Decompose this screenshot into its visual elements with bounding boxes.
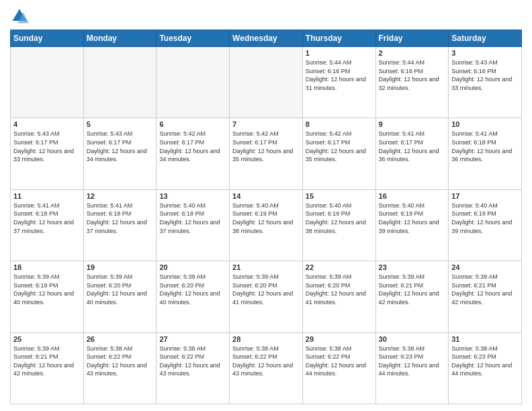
day-number: 21 [232,263,300,271]
header [10,7,522,26]
day-number: 17 [451,192,519,200]
day-number: 15 [306,192,373,200]
header-cell-tuesday: Tuesday [157,30,230,47]
day-cell: 11Sunrise: 5:41 AMSunset: 6:18 PMDayligh… [11,189,84,261]
day-cell: 23Sunrise: 5:39 AMSunset: 6:21 PMDayligh… [375,261,449,332]
day-cell: 8Sunrise: 5:42 AMSunset: 6:17 PMDaylight… [302,118,375,189]
day-info: Sunrise: 5:38 AMSunset: 6:22 PMDaylight:… [87,345,154,378]
day-info: Sunrise: 5:41 AMSunset: 6:18 PMDaylight:… [451,130,519,163]
day-cell: 1Sunrise: 5:44 AMSunset: 6:16 PMDaylight… [302,47,375,118]
day-cell: 15Sunrise: 5:40 AMSunset: 6:19 PMDayligh… [302,189,375,261]
day-cell: 12Sunrise: 5:41 AMSunset: 6:18 PMDayligh… [83,189,157,261]
day-number: 16 [379,192,446,200]
day-info: Sunrise: 5:39 AMSunset: 6:21 PMDaylight:… [451,273,519,306]
day-number: 1 [306,49,373,57]
day-info: Sunrise: 5:38 AMSunset: 6:23 PMDaylight:… [451,345,519,378]
day-info: Sunrise: 5:41 AMSunset: 6:18 PMDaylight:… [13,201,81,235]
header-cell-saturday: Saturday [449,30,522,47]
day-cell: 16Sunrise: 5:40 AMSunset: 6:19 PMDayligh… [375,189,449,261]
day-number: 12 [87,192,154,200]
week-row-3: 18Sunrise: 5:39 AMSunset: 6:19 PMDayligh… [11,261,522,332]
day-info: Sunrise: 5:42 AMSunset: 6:17 PMDaylight:… [306,130,373,163]
day-cell: 25Sunrise: 5:39 AMSunset: 6:21 PMDayligh… [11,332,84,404]
day-cell: 21Sunrise: 5:39 AMSunset: 6:20 PMDayligh… [230,261,303,332]
day-cell: 27Sunrise: 5:38 AMSunset: 6:22 PMDayligh… [157,332,230,404]
day-number: 3 [451,49,519,57]
day-info: Sunrise: 5:40 AMSunset: 6:19 PMDaylight:… [379,201,446,235]
header-row: SundayMondayTuesdayWednesdayThursdayFrid… [11,30,522,47]
day-number: 13 [159,192,226,200]
day-cell: 19Sunrise: 5:39 AMSunset: 6:20 PMDayligh… [83,261,157,332]
logo-icon [10,7,29,26]
day-cell [157,47,230,118]
day-number: 18 [13,263,81,271]
page: SundayMondayTuesdayWednesdayThursdayFrid… [0,0,532,411]
day-info: Sunrise: 5:39 AMSunset: 6:20 PMDaylight:… [306,273,373,306]
day-number: 22 [306,263,373,271]
day-info: Sunrise: 5:39 AMSunset: 6:20 PMDaylight:… [232,273,300,306]
day-number: 30 [379,335,446,343]
week-row-1: 4Sunrise: 5:43 AMSunset: 6:17 PMDaylight… [11,118,522,189]
day-info: Sunrise: 5:42 AMSunset: 6:17 PMDaylight:… [232,130,300,163]
day-number: 4 [13,120,81,128]
day-number: 14 [232,192,300,200]
day-info: Sunrise: 5:38 AMSunset: 6:23 PMDaylight:… [379,345,446,378]
header-cell-wednesday: Wednesday [230,30,303,47]
day-number: 27 [159,335,226,343]
day-number: 5 [87,120,154,128]
day-info: Sunrise: 5:42 AMSunset: 6:17 PMDaylight:… [159,130,226,163]
day-cell: 28Sunrise: 5:38 AMSunset: 6:22 PMDayligh… [230,332,303,404]
day-number: 23 [379,263,446,271]
calendar-header: SundayMondayTuesdayWednesdayThursdayFrid… [11,30,522,47]
week-row-4: 25Sunrise: 5:39 AMSunset: 6:21 PMDayligh… [11,332,522,404]
week-row-0: 1Sunrise: 5:44 AMSunset: 6:16 PMDaylight… [11,47,522,118]
header-cell-friday: Friday [375,30,449,47]
day-cell: 17Sunrise: 5:40 AMSunset: 6:19 PMDayligh… [449,189,522,261]
day-cell: 30Sunrise: 5:38 AMSunset: 6:23 PMDayligh… [375,332,449,404]
day-number: 7 [232,120,300,128]
day-number: 11 [13,192,81,200]
day-info: Sunrise: 5:39 AMSunset: 6:19 PMDaylight:… [13,273,81,306]
day-number: 29 [306,335,373,343]
day-info: Sunrise: 5:39 AMSunset: 6:21 PMDaylight:… [13,345,81,378]
day-cell [11,47,84,118]
day-number: 19 [87,263,154,271]
logo [10,7,32,26]
day-info: Sunrise: 5:43 AMSunset: 6:16 PMDaylight:… [451,58,519,92]
day-number: 6 [159,120,226,128]
week-row-2: 11Sunrise: 5:41 AMSunset: 6:18 PMDayligh… [11,189,522,261]
header-cell-thursday: Thursday [302,30,375,47]
day-cell: 22Sunrise: 5:39 AMSunset: 6:20 PMDayligh… [302,261,375,332]
day-cell: 31Sunrise: 5:38 AMSunset: 6:23 PMDayligh… [449,332,522,404]
day-cell: 2Sunrise: 5:44 AMSunset: 6:16 PMDaylight… [375,47,449,118]
day-info: Sunrise: 5:38 AMSunset: 6:22 PMDaylight:… [232,345,300,378]
day-cell: 20Sunrise: 5:39 AMSunset: 6:20 PMDayligh… [157,261,230,332]
day-cell: 5Sunrise: 5:43 AMSunset: 6:17 PMDaylight… [83,118,157,189]
day-info: Sunrise: 5:39 AMSunset: 6:20 PMDaylight:… [87,273,154,306]
day-cell: 10Sunrise: 5:41 AMSunset: 6:18 PMDayligh… [449,118,522,189]
day-info: Sunrise: 5:38 AMSunset: 6:22 PMDaylight:… [159,345,226,378]
day-cell: 6Sunrise: 5:42 AMSunset: 6:17 PMDaylight… [157,118,230,189]
day-info: Sunrise: 5:40 AMSunset: 6:19 PMDaylight:… [451,201,519,235]
day-info: Sunrise: 5:38 AMSunset: 6:22 PMDaylight:… [306,345,373,378]
day-cell: 26Sunrise: 5:38 AMSunset: 6:22 PMDayligh… [83,332,157,404]
day-info: Sunrise: 5:40 AMSunset: 6:19 PMDaylight:… [232,201,300,235]
day-number: 25 [13,335,81,343]
day-info: Sunrise: 5:44 AMSunset: 6:16 PMDaylight:… [306,58,373,92]
day-info: Sunrise: 5:39 AMSunset: 6:21 PMDaylight:… [379,273,446,306]
day-cell: 9Sunrise: 5:41 AMSunset: 6:17 PMDaylight… [375,118,449,189]
day-info: Sunrise: 5:44 AMSunset: 6:16 PMDaylight:… [379,58,446,92]
day-cell: 13Sunrise: 5:40 AMSunset: 6:18 PMDayligh… [157,189,230,261]
day-number: 28 [232,335,300,343]
day-number: 26 [87,335,154,343]
day-cell: 3Sunrise: 5:43 AMSunset: 6:16 PMDaylight… [449,47,522,118]
calendar-body: 1Sunrise: 5:44 AMSunset: 6:16 PMDaylight… [11,47,522,404]
day-cell: 14Sunrise: 5:40 AMSunset: 6:19 PMDayligh… [230,189,303,261]
day-info: Sunrise: 5:39 AMSunset: 6:20 PMDaylight:… [159,273,226,306]
day-cell [230,47,303,118]
day-info: Sunrise: 5:43 AMSunset: 6:17 PMDaylight:… [13,130,81,163]
day-info: Sunrise: 5:41 AMSunset: 6:17 PMDaylight:… [379,130,446,163]
day-cell: 4Sunrise: 5:43 AMSunset: 6:17 PMDaylight… [11,118,84,189]
day-number: 10 [451,120,519,128]
day-cell: 18Sunrise: 5:39 AMSunset: 6:19 PMDayligh… [11,261,84,332]
